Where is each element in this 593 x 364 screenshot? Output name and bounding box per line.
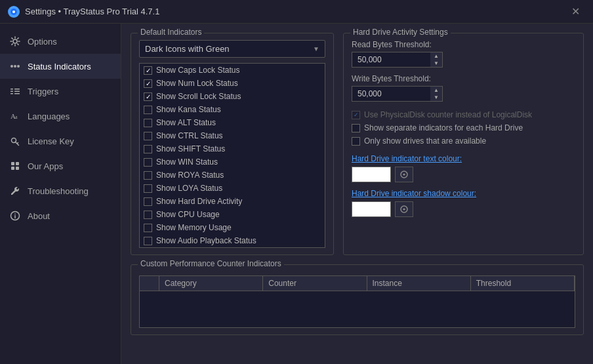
svg-rect-16 xyxy=(16,162,19,165)
svg-rect-18 xyxy=(16,167,19,170)
sidebar-item-troubleshooting[interactable]: Troubleshooting xyxy=(0,178,121,203)
indicators-checklist: ✓Show Caps Lock Status✓Show Num Lock Sta… xyxy=(139,63,325,248)
sidebar-item-label-about: About xyxy=(28,211,50,221)
sidebar-item-license-key[interactable]: License Key xyxy=(0,129,121,153)
read-bytes-input[interactable] xyxy=(352,52,430,68)
list-item[interactable]: ✓Show Scroll Lock Status xyxy=(140,90,325,103)
checklist-item-label: Show Memory Usage xyxy=(156,223,232,232)
content-area: Default Indicators Dark Icons with Green… xyxy=(121,24,593,364)
checkbox-icon xyxy=(144,184,152,193)
shadow-colour-section: Hard Drive indicator shadow colour: xyxy=(352,189,575,217)
checkbox-icon: ✓ xyxy=(144,66,152,75)
default-indicators-title: Default Indicators xyxy=(138,28,204,37)
checkbox-icon xyxy=(144,106,152,114)
list-item[interactable]: Show Kana Status xyxy=(140,103,325,116)
text-colour-label[interactable]: Hard Drive indicator text colour: xyxy=(352,154,575,163)
picker-icon xyxy=(399,170,409,179)
checkbox-icon xyxy=(144,171,152,180)
table-header: CategoryCounterInstanceThreshold xyxy=(140,276,575,291)
hd-checkbox-item: ✓Use PhysicalDisk counter instead of Log… xyxy=(352,108,575,121)
app-icon xyxy=(8,6,20,18)
text-colour-swatch[interactable] xyxy=(352,167,391,182)
dropdown-arrow-icon: ▼ xyxy=(313,45,319,52)
checklist-item-label: Show Hard Drive Activity xyxy=(156,197,242,206)
read-bytes-up-button[interactable]: ▲ xyxy=(430,52,442,60)
checklist-item-label: Show Kana Status xyxy=(156,105,221,114)
list-item[interactable]: Show Memory Usage xyxy=(140,221,325,234)
list-item[interactable]: Show Audio Playback Status xyxy=(140,234,325,247)
write-bytes-field: Write Bytes Threshold: ▲ ▼ xyxy=(352,74,575,102)
table-header-cell: Instance xyxy=(367,276,471,291)
sidebar-item-label-license-key: License Key xyxy=(28,136,74,146)
read-bytes-down-button[interactable]: ▼ xyxy=(430,60,442,67)
svg-rect-20 xyxy=(14,215,16,218)
write-bytes-up-button[interactable]: ▲ xyxy=(430,87,442,94)
hd-checkbox-item[interactable]: Show separate indicators for each Hard D… xyxy=(352,121,575,134)
sidebar-item-our-apps[interactable]: Our Apps xyxy=(0,153,121,178)
list-item[interactable]: Show SHIFT Status xyxy=(140,142,325,155)
titlebar-left: Settings • TrayStatus Pro Trial 4.7.1 xyxy=(8,6,159,18)
sidebar-item-label-triggers: Triggers xyxy=(28,87,58,96)
sidebar-item-triggers[interactable]: Triggers xyxy=(0,79,121,104)
shadow-colour-swatch[interactable] xyxy=(352,201,391,217)
hd-checkbox-icon xyxy=(352,137,360,146)
shadow-colour-picker-button[interactable] xyxy=(395,201,413,217)
svg-rect-15 xyxy=(11,162,14,165)
checkbox-icon xyxy=(144,119,152,127)
theme-dropdown[interactable]: Dark Icons with Green ▼ xyxy=(139,40,325,58)
hd-checkboxes: ✓Use PhysicalDisk counter instead of Log… xyxy=(352,108,575,148)
write-bytes-label: Write Bytes Threshold: xyxy=(352,74,575,83)
write-bytes-input-group: ▲ ▼ xyxy=(352,86,575,102)
list-item[interactable]: Show LOYA Status xyxy=(140,182,325,195)
list-item[interactable]: Show ROYA Status xyxy=(140,169,325,182)
checklist-item-label: Show Audio Playback Status xyxy=(156,236,256,245)
table-header-cell: Threshold xyxy=(471,276,575,291)
svg-rect-17 xyxy=(11,167,14,170)
list-item[interactable]: Show ALT Status xyxy=(140,116,325,129)
text-icon: Aa xyxy=(9,110,21,122)
close-button[interactable]: ✕ xyxy=(566,3,585,20)
picker-icon-2 xyxy=(399,205,409,214)
checkbox-icon xyxy=(144,132,152,140)
sidebar-item-status-indicators[interactable]: Status Indicators xyxy=(0,54,121,79)
sidebar-item-languages[interactable]: AaLanguages xyxy=(0,104,121,129)
read-bytes-spin: ▲ ▼ xyxy=(430,52,443,68)
list-item[interactable]: ✓Show Num Lock Status xyxy=(140,77,325,90)
list-item[interactable]: Show CTRL Status xyxy=(140,129,325,142)
table-header-cell: Category xyxy=(159,276,263,291)
table-header-cell: Counter xyxy=(263,276,367,291)
hd-checkbox-label: Show separate indicators for each Hard D… xyxy=(364,123,523,132)
list-item[interactable]: Show WIN Status xyxy=(140,155,325,169)
svg-point-1 xyxy=(12,10,15,13)
hd-checkbox-label: Only show drives that are available xyxy=(364,136,486,146)
checklist-item-label: Show WIN Status xyxy=(156,157,218,167)
theme-dropdown-value: Dark Icons with Green xyxy=(145,44,230,54)
svg-rect-8 xyxy=(10,91,13,92)
sidebar-item-options[interactable]: Options xyxy=(0,29,121,54)
checklist-item-label: Show Caps Lock Status xyxy=(156,66,239,75)
table-header-cell xyxy=(140,276,159,291)
write-bytes-down-button[interactable]: ▼ xyxy=(430,94,442,101)
list-item[interactable]: Show CPU Usage xyxy=(140,208,325,221)
gear-icon xyxy=(9,35,21,47)
svg-rect-10 xyxy=(10,93,13,94)
hd-checkbox-label: Use PhysicalDisk counter instead of Logi… xyxy=(364,110,532,119)
text-colour-picker-button[interactable] xyxy=(395,167,413,182)
window-title: Settings • TrayStatus Pro Trial 4.7.1 xyxy=(25,7,159,16)
sidebar-item-about[interactable]: About xyxy=(0,203,121,228)
list-item[interactable]: ✓Show Caps Lock Status xyxy=(140,64,325,77)
svg-point-3 xyxy=(10,65,13,68)
titlebar: Settings • TrayStatus Pro Trial 4.7.1 ✕ xyxy=(0,0,593,24)
hd-checkbox-item[interactable]: Only show drives that are available xyxy=(352,134,575,148)
grid-icon xyxy=(9,160,21,172)
svg-rect-9 xyxy=(14,91,20,92)
checkbox-icon xyxy=(144,224,152,232)
shadow-colour-label[interactable]: Hard Drive indicator shadow colour: xyxy=(352,189,575,198)
list-item[interactable]: Show Hard Drive Activity xyxy=(140,195,325,208)
checkbox-icon xyxy=(144,158,152,167)
svg-point-2 xyxy=(13,39,17,43)
wrench-icon xyxy=(9,185,21,197)
sidebar-item-label-options: Options xyxy=(28,37,57,47)
write-bytes-input[interactable] xyxy=(352,86,430,102)
checklist-item-label: Show ALT Status xyxy=(156,118,216,127)
